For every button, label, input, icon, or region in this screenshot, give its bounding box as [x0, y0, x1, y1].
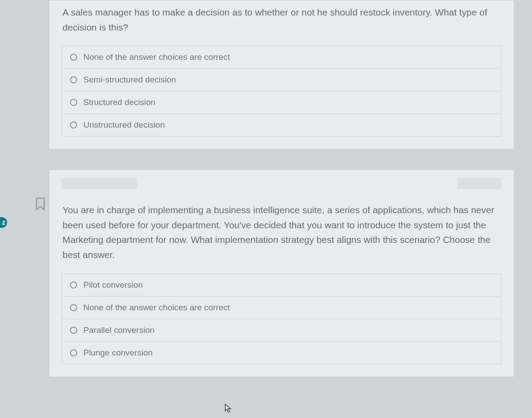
answer-choice[interactable]: Plunge conversion	[62, 342, 501, 364]
answer-choice[interactable]: None of the answer choices are correct	[62, 46, 501, 69]
radio-icon	[70, 76, 77, 83]
answer-label: Semi-structured decision	[83, 75, 176, 85]
radio-icon	[70, 99, 77, 106]
cursor-icon	[224, 403, 232, 413]
answer-label: None of the answer choices are correct	[83, 303, 230, 313]
answer-choices: Pilot conversion None of the answer choi…	[62, 273, 501, 364]
radio-icon	[70, 304, 77, 311]
radio-icon	[70, 54, 77, 61]
answer-choice[interactable]: Pilot conversion	[62, 274, 501, 297]
answer-choices: None of the answer choices are correct S…	[62, 46, 501, 137]
question-header	[49, 170, 514, 194]
radio-icon	[70, 327, 77, 334]
radio-icon	[70, 281, 77, 289]
radio-icon	[70, 349, 77, 356]
answer-choice[interactable]: None of the answer choices are correct	[62, 297, 501, 319]
bookmark-flag-icon[interactable]	[35, 197, 46, 211]
answer-choice[interactable]: Semi-structured decision	[62, 69, 501, 91]
answer-choice[interactable]: Unstructured decision	[62, 114, 501, 136]
answer-label: Structured decision	[83, 98, 156, 107]
quiz-container: A sales manager has to make a decision a…	[0, 0, 532, 377]
question-card: You are in charge of implementing a busi…	[49, 169, 514, 377]
answer-choice[interactable]: Structured decision	[62, 91, 501, 114]
answer-label: Unstructured decision	[83, 120, 165, 130]
answer-choice[interactable]: Parallel conversion	[62, 319, 501, 342]
answer-label: Plunge conversion	[83, 348, 153, 358]
answer-label: None of the answer choices are correct	[83, 52, 230, 62]
answer-label: Pilot conversion	[83, 280, 143, 290]
answer-label: Parallel conversion	[83, 325, 155, 335]
question-prompt: You are in charge of implementing a busi…	[49, 194, 514, 273]
radio-icon	[70, 121, 77, 129]
question-card: A sales manager has to make a decision a…	[49, 0, 514, 149]
question-prompt: A sales manager has to make a decision a…	[49, 0, 514, 46]
redacted-label	[62, 178, 137, 189]
redacted-points	[457, 178, 501, 189]
